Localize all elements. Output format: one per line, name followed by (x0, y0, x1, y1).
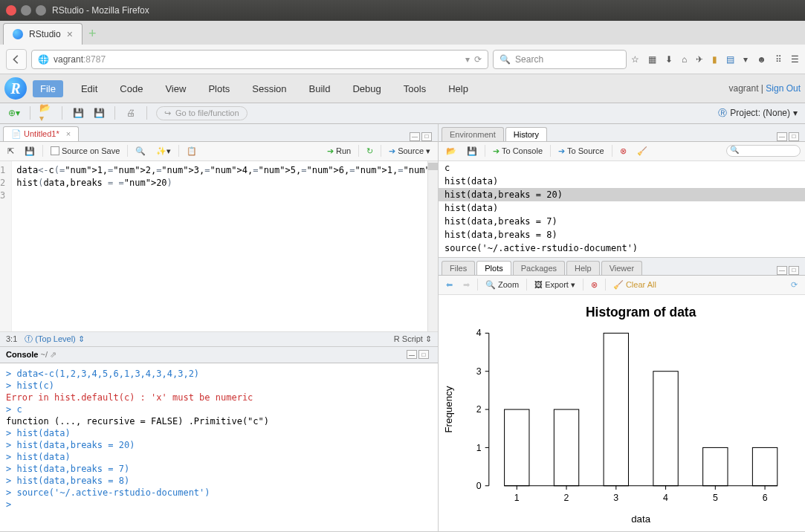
browser-tabstrip: RStudio × + (0, 21, 805, 45)
window-titlebar: RStudio - Mozilla Firefox (0, 0, 805, 21)
back-icon (11, 54, 22, 65)
back-button[interactable] (6, 49, 27, 70)
robot-icon[interactable]: ▤ (726, 54, 734, 65)
tab-favicon (13, 29, 23, 39)
window-maximize-button[interactable] (36, 5, 46, 16)
reload-icon[interactable]: ⟳ (474, 54, 482, 65)
chevron-down-icon[interactable]: ▾ (743, 54, 748, 65)
tab-close-icon[interactable]: × (67, 28, 73, 40)
search-placeholder: Search (515, 54, 543, 65)
new-tab-button[interactable]: + (83, 23, 103, 45)
menu-icon[interactable]: ☰ (791, 54, 799, 65)
search-icon: 🔍 (500, 54, 511, 65)
window-minimize-button[interactable] (21, 5, 31, 16)
dropdown-icon[interactable]: ▾ (465, 54, 470, 65)
send-icon[interactable]: ✈ (696, 54, 703, 65)
globe-icon: 🌐 (38, 54, 49, 65)
library-icon[interactable]: ▮ (712, 54, 717, 65)
home-icon[interactable]: ⌂ (682, 54, 687, 65)
search-bar[interactable]: 🔍 Search (493, 50, 627, 69)
window-title: RStudio - Mozilla Firefox (52, 5, 149, 16)
chat-icon[interactable]: ☻ (757, 54, 766, 65)
url-text: vagrant:8787 (54, 54, 106, 65)
window-close-button[interactable] (6, 5, 16, 16)
drag-icon[interactable]: ⠿ (775, 54, 782, 65)
browser-navbar: 🌐 vagrant:8787 ▾ ⟳ 🔍 Search ☆ ▦ ⬇ ⌂ ✈ ▮ … (0, 45, 805, 74)
tab-title: RStudio (29, 29, 61, 39)
browser-chrome: RStudio - Mozilla Firefox RStudio × + 🌐 … (0, 0, 805, 74)
browser-tab[interactable]: RStudio × (3, 23, 83, 45)
pocket-icon[interactable]: ▦ (648, 54, 656, 65)
url-bar[interactable]: 🌐 vagrant:8787 ▾ ⟳ (31, 50, 488, 69)
download-icon[interactable]: ⬇ (665, 54, 673, 65)
bookmark-icon[interactable]: ☆ (631, 54, 639, 65)
